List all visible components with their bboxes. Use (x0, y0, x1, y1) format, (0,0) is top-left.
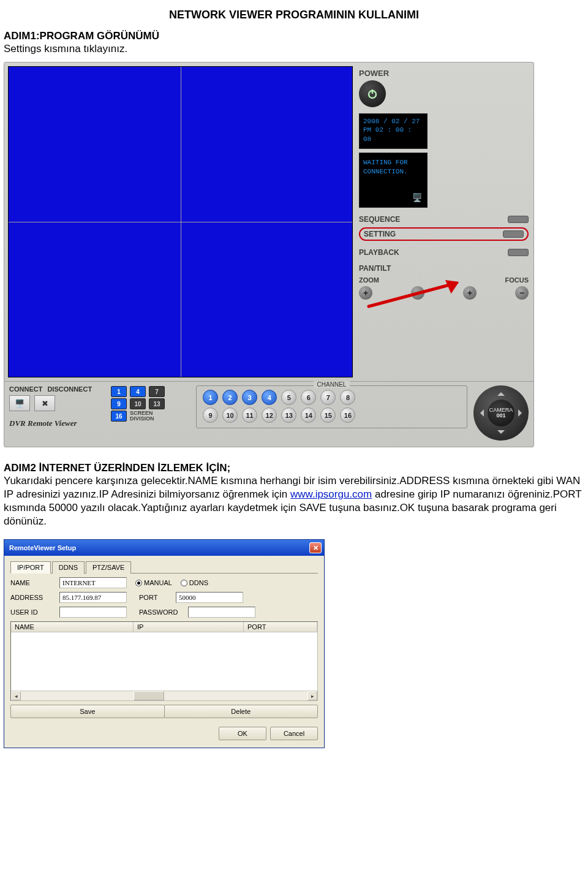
ipsorgu-link[interactable]: www.ipsorgu.com (290, 488, 372, 500)
jog-left-icon (477, 409, 484, 417)
tab-ddns[interactable]: DDNS (52, 561, 85, 574)
setting-row[interactable]: SETTING (359, 227, 529, 241)
dialog-titlebar[interactable]: RemoteViewer Setup ✕ (4, 540, 324, 556)
save-button[interactable]: Save (10, 705, 165, 718)
name-label: NAME (10, 579, 59, 586)
port-label: PORT (139, 594, 176, 601)
channel-10-button[interactable]: 10 (222, 407, 238, 423)
channel-13-button[interactable]: 13 (281, 407, 296, 423)
step2-body: Yukarıdaki pencere karşınıza gelecektir.… (4, 474, 584, 528)
focus-out-button[interactable]: − (515, 286, 529, 300)
close-button[interactable]: ✕ (309, 542, 322, 553)
tab-ipport[interactable]: IP/PORT (10, 561, 51, 574)
grid-7-button[interactable]: 7 (149, 386, 165, 397)
channel-15-button[interactable]: 15 (320, 407, 336, 423)
disconnect-label: DISCONNECT (47, 385, 92, 393)
disconnect-button[interactable]: ✖ (34, 395, 55, 411)
port-field[interactable] (176, 592, 243, 603)
screen-division-block: 1 4 7 9 10 13 16 SCREEN DIVISION (110, 385, 190, 422)
address-label: ADDRESS (10, 594, 59, 601)
playback-label: PLAYBACK (359, 248, 399, 257)
connect-label: CONNECT (9, 385, 42, 393)
connect-button[interactable]: 🖥️ (9, 395, 30, 411)
manual-radio[interactable] (135, 580, 142, 586)
brand-text: DVR Remote Viewer (9, 419, 104, 428)
ok-button[interactable]: OK (219, 727, 266, 740)
camera-number: 001 (496, 413, 505, 419)
channel-12-button[interactable]: 12 (262, 407, 277, 423)
close-icon: ✕ (313, 544, 318, 552)
grid-1-button[interactable]: 1 (111, 386, 127, 397)
step1-body: Settings kısmına tıklayınız. (4, 42, 584, 56)
grid-4-button[interactable]: 4 (130, 386, 146, 397)
channel-5-button[interactable]: 5 (281, 390, 296, 405)
camera-jog-dial[interactable]: CAMERA 001 (473, 385, 529, 441)
setup-dialog: RemoteViewer Setup ✕ IP/PORT DDNS PTZ/SA… (4, 539, 325, 748)
userid-label: USER ID (10, 608, 59, 616)
red-arrow-annotation (366, 277, 476, 316)
list-col-ip[interactable]: IP (134, 622, 244, 632)
channel-14-button[interactable]: 14 (301, 407, 316, 423)
channel-3-button[interactable]: 3 (242, 390, 257, 405)
camera-center: CAMERA 001 (488, 400, 514, 426)
power-label: POWER (359, 69, 529, 78)
channel-1-button[interactable]: 1 (203, 390, 218, 405)
tab-ptzsave[interactable]: PTZ/SAVE (86, 561, 131, 574)
power-icon (366, 88, 379, 100)
playback-row[interactable]: PLAYBACK (359, 248, 529, 257)
screen-division-label: SCREEN DIVISION (130, 411, 154, 422)
setting-label: SETTING (364, 230, 396, 238)
doc-title: NETWORK VIEWER PROGRAMININ KULLANIMI (4, 9, 584, 21)
scroll-right-button[interactable]: ▸ (307, 691, 317, 700)
sequence-toggle-icon (508, 216, 529, 223)
setting-toggle-icon (503, 230, 524, 238)
power-button[interactable] (359, 80, 386, 107)
delete-button[interactable]: Delete (164, 705, 318, 718)
grid-9-button[interactable]: 9 (111, 398, 127, 409)
jog-right-icon (518, 409, 526, 417)
password-field[interactable] (188, 607, 255, 618)
channel-8-button[interactable]: 8 (340, 390, 355, 405)
status-display: WAITING FOR CONNECTION. 🖥️ (359, 153, 428, 208)
address-field[interactable] (59, 592, 127, 603)
jog-up-icon (497, 388, 505, 396)
userid-field[interactable] (59, 607, 127, 618)
ddns-label: DDNS (189, 579, 208, 586)
grid-13-button[interactable]: 13 (149, 398, 165, 409)
connection-list[interactable]: NAME IP PORT ◂ ▸ (10, 621, 318, 701)
date-text: 2008 / 02 / 27 (363, 117, 423, 126)
channel-9-button[interactable]: 9 (203, 407, 218, 423)
video-grid (8, 66, 353, 377)
channel-group: CHANNEL 1 2 3 4 5 6 7 8 9 10 11 12 13 (196, 385, 467, 428)
grid-16-button[interactable]: 16 (111, 411, 127, 422)
manual-label: MANUAL (144, 579, 172, 586)
scroll-left-button[interactable]: ◂ (11, 691, 21, 700)
sequence-row[interactable]: SEQUENCE (359, 215, 529, 224)
step2-heading: ADIM2 İNTERNET ÜZERİNDEN İZLEMEK İÇİN; (4, 462, 584, 474)
channel-11-button[interactable]: 11 (242, 407, 257, 423)
channel-legend: CHANNEL (314, 381, 350, 388)
datetime-display: 2008 / 02 / 27 PM 02 : 00 : 08 (359, 113, 428, 149)
scroll-thumb[interactable] (134, 691, 164, 700)
dialog-title-text: RemoteViewer Setup (9, 544, 76, 551)
side-panel: POWER 2008 / 02 / 27 PM 02 : 00 : 08 WAI… (356, 63, 533, 381)
step1-heading: ADIM1:PROGRAM GÖRÜNÜMÜ (4, 30, 584, 42)
channel-7-button[interactable]: 7 (320, 390, 336, 405)
jog-down-icon (497, 430, 505, 438)
list-col-port[interactable]: PORT (244, 622, 317, 632)
pantilt-header: PAN/TILT (359, 264, 529, 273)
dvr-viewer-screenshot: POWER 2008 / 02 / 27 PM 02 : 00 : 08 WAI… (4, 62, 534, 447)
sequence-label: SEQUENCE (359, 215, 400, 224)
list-scrollbar[interactable]: ◂ ▸ (11, 691, 317, 700)
channel-6-button[interactable]: 6 (301, 390, 316, 405)
time-text: PM 02 : 00 : 08 (363, 126, 423, 143)
cancel-button[interactable]: Cancel (270, 727, 318, 740)
name-field[interactable] (59, 577, 127, 588)
grid-10-button[interactable]: 10 (130, 398, 146, 409)
channel-2-button[interactable]: 2 (222, 390, 238, 405)
channel-16-button[interactable]: 16 (340, 407, 355, 423)
network-icon: 🖥️ (412, 193, 422, 204)
channel-4-button[interactable]: 4 (262, 390, 277, 405)
ddns-radio[interactable] (181, 580, 187, 586)
list-col-name[interactable]: NAME (11, 622, 134, 632)
